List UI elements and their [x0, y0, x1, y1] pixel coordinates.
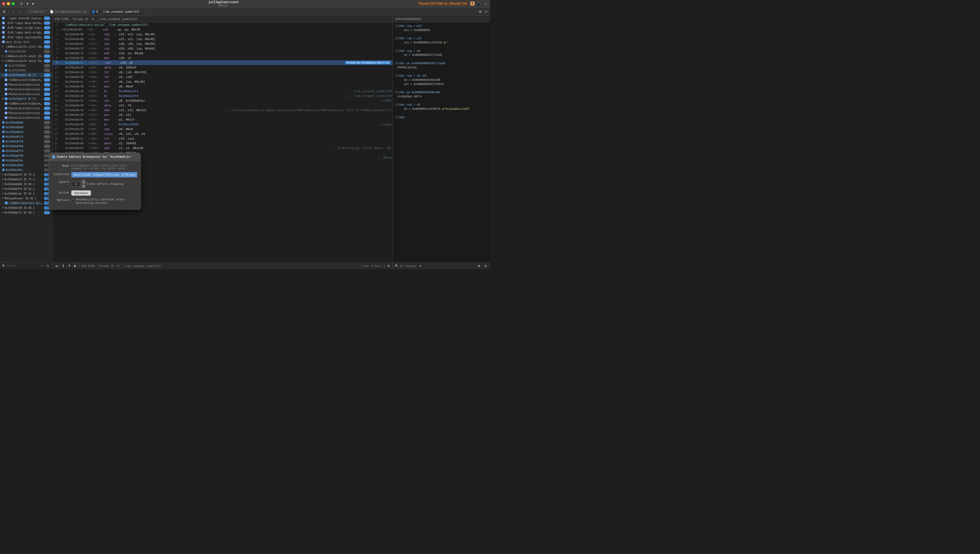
toggle-switch[interactable]: [44, 130, 50, 134]
continue-btn[interactable]: ▶: [73, 263, 78, 268]
minimize-button[interactable]: [7, 2, 10, 5]
toggle-switch[interactable]: [44, 145, 50, 148]
code-line-16[interactable]: 16 0x194da0c38 <+56>: bl 0x194da11f4 ; _…: [52, 93, 393, 98]
list-item[interactable]: i _ZL40_logos_orig$_ungrouped$AADeviceIn…: [0, 25, 52, 30]
toggle-switch[interactable]: [44, 78, 50, 81]
list-item[interactable]: 0x194da0fdc: [0, 158, 52, 163]
list-item[interactable]: 0x194da1018: [0, 163, 52, 168]
code-line-11[interactable]: 11 0x194da0c24 <+36>: ldr x8, [x8, #0xf2…: [52, 70, 393, 75]
toggle-switch[interactable]: [44, 93, 50, 96]
code-line-13[interactable]: 13 0x194da0c2c <+44>: str x8, [sp, #0x28…: [52, 79, 393, 84]
code-line-15[interactable]: 15 0x194da0c34 <+52>: bl 0x194da1114 ; _…: [52, 89, 393, 93]
code-line-8[interactable]: 8 0x194da0c18 <+24>: mov x20, x1: [52, 56, 393, 60]
list-item[interactable]: i PhotoLibraryServices: [0, 92, 52, 96]
code-line-5[interactable]: 5 0x194da0c0c <+12>: stp x20, x19, [sp, …: [52, 42, 393, 46]
list-item[interactable]: ▼ 0x194db6ef0 ID 75.1: [0, 172, 52, 177]
list-item[interactable]: 0x194da0ee4: [0, 129, 52, 134]
maximize-button[interactable]: [11, 2, 15, 5]
toggle-switch[interactable]: [44, 64, 50, 67]
condition-input[interactable]: [71, 172, 137, 177]
back-btn[interactable]: ←: [11, 9, 17, 14]
toggle-switch[interactable]: [44, 50, 50, 53]
toggle-switch[interactable]: [44, 135, 50, 139]
code-line-23[interactable]: 23 0x194da0c54 <+84>: cmp x0, #0x0: [52, 127, 393, 131]
list-item[interactable]: ▼ MGCopyAnswer ID 84.1: [0, 196, 52, 201]
list-item[interactable]: ▼ 0x194db6cdc ID 82.1: [0, 191, 52, 196]
code-line-19[interactable]: 19 0x194da0c44 <+68>: add x21, x21, #0x3…: [52, 108, 393, 112]
tab-source[interactable]: 📄 jailAppleAccount.xm: [48, 9, 88, 14]
output-dropdown[interactable]: ▼: [418, 264, 423, 268]
toggle-switch[interactable]: [44, 31, 50, 34]
code-line-20[interactable]: 20 0x194da0c48 <+72>: mov x0, x21: [52, 112, 393, 117]
list-item[interactable]: ▼ 0x194db6c7c ID 89.1: [0, 210, 52, 215]
list-item[interactable]: i _ZL45_logos_meta_orig$_ungrouped$AADev…: [0, 30, 52, 35]
tab-asm[interactable]: 🔵 0 __lldb_unnamed_symbol317 ✕: [89, 9, 145, 14]
toggle-switch[interactable]: [44, 211, 50, 214]
list-item[interactable]: i +[AADeviceInfo(Deprecated) udid] Apple…: [0, 77, 52, 82]
list-item[interactable]: ▼ 0x194db6e24 ID 77.1: [0, 177, 52, 182]
close-button[interactable]: [2, 2, 5, 5]
step-over-btn[interactable]: ⏭: [54, 263, 60, 268]
add-button[interactable]: +: [483, 1, 488, 6]
code-area[interactable]: 1 libMobileGestalt.dylib`__lldb_unnamed_…: [52, 22, 393, 262]
list-item[interactable]: 0x194da0ed0: [0, 125, 52, 129]
toggle-switch[interactable]: [44, 97, 50, 101]
list-item[interactable]: libMobileGestalt.dylib`__lldb_unnamed_sy…: [0, 201, 52, 205]
sidebar-toggle-btn[interactable]: ⊞: [19, 1, 24, 6]
toggle-switch[interactable]: [44, 83, 50, 86]
toggle-switch[interactable]: [44, 112, 50, 115]
list-item[interactable]: ▼ +[AADeviceInfo udid] ID 70.1: [0, 59, 52, 63]
toggle-switch[interactable]: [44, 45, 50, 48]
code-line-6[interactable]: 6 0x194da0c10 <+16>: stp x29, x30, [sp, …: [52, 46, 393, 51]
code-line-12[interactable]: 12 0x194da0c28 <+40>: ldr x8, [x8]: [52, 75, 393, 79]
list-item[interactable]: 0x194da0e84: [0, 120, 52, 125]
code-line-27[interactable]: 27 0x194da0c64 <+100>: add x2, x2, #0xb3…: [52, 145, 393, 150]
list-item[interactable]: i objc_alloc_init: [0, 40, 52, 44]
toggle-switch[interactable]: [44, 21, 50, 25]
code-line-18[interactable]: 18 0x194da0c40 <+64>: adrp x21, 74: [52, 103, 393, 108]
list-item[interactable]: ▼ 0x19759a574 ID 72: [0, 96, 52, 101]
list-item[interactable]: 0x197599984: [0, 63, 52, 68]
list-item[interactable]: i _ZL47_logos_meta_method$_ungrouped$AAD…: [0, 21, 52, 25]
list-item[interactable]: ▼ 0x19759a564 ID 71: [0, 73, 52, 77]
console-output[interactable]: (lldb) reg r w21 w21 = 0x00000001 (lldb)…: [393, 22, 490, 262]
code-line-17[interactable]: 17 0x194da0c3c <+60>: cbz w0, 0x194da0cb…: [52, 98, 393, 103]
list-item[interactable]: ▼ -[AADeviceInfo udid] ID 69.1: [0, 54, 52, 59]
code-line-9-active[interactable]: 9 0x194da0c1c <+28>: mov x19, x0 Thread …: [52, 60, 393, 65]
list-item[interactable]: ▼ -[AADeviceInfo init] ID 68: [0, 44, 52, 49]
code-line-25[interactable]: 25 0x194da0c5c <+92>: str x19, [sp]: [52, 136, 393, 141]
list-item[interactable]: 0x197599988: [0, 68, 52, 73]
forward-btn[interactable]: →: [18, 9, 24, 14]
list-item[interactable]: 0x194da101c: [0, 168, 52, 172]
toggle-switch[interactable]: [44, 40, 50, 44]
step-out-btn[interactable]: ⬆: [67, 263, 72, 268]
toggle-switch[interactable]: [44, 54, 50, 58]
modal-enable-checkbox[interactable]: ✓: [52, 155, 55, 158]
toggle-switch[interactable]: [44, 88, 50, 91]
toggle-switch[interactable]: [44, 107, 50, 110]
list-item[interactable]: 0x19cbd3c68: [0, 49, 52, 54]
code-line-7[interactable]: 7 0x194da0c14 <+20>: add x29, sp, #0x60: [52, 51, 393, 56]
grid-view-btn[interactable]: ⊞: [478, 9, 483, 14]
list-item[interactable]: ▼ 0x194db6d78 ID 81.1: [0, 187, 52, 191]
list-item[interactable]: i __logos_method$_ungrouped$AADeviceInfo…: [0, 16, 52, 21]
toggle-all-btn[interactable]: ⊡: [46, 263, 50, 268]
code-line-24[interactable]: 24 0x194da0c58 <+88>: csinc x0, x21, x0,…: [52, 131, 393, 136]
code-line-4[interactable]: 4 0x194da0c08 <+8>: stp x22, x21, [sp, #…: [52, 37, 393, 42]
toggle-switch[interactable]: [44, 59, 50, 63]
toggle-switch[interactable]: [44, 73, 50, 77]
console-settings-btn[interactable]: ⊞: [483, 263, 488, 268]
stepper-up[interactable]: ▲: [81, 180, 86, 184]
toggle-switch[interactable]: [44, 17, 50, 20]
close-tab-icon[interactable]: ✕: [142, 10, 143, 13]
list-item[interactable]: i +[AADeviceInfo(Deprecated) udid] Apple…: [0, 101, 52, 106]
add-bp-btn[interactable]: +: [40, 263, 44, 268]
toggle-switch[interactable]: [44, 116, 50, 120]
toggle-switch[interactable]: [44, 149, 50, 153]
code-line-2[interactable]: 2 -> 0x194da0c00 <+0>: sub sp, sp, #0x70: [52, 27, 393, 32]
list-item[interactable]: ▼ 0x194db6c98 ID 88.1: [0, 205, 52, 210]
list-item[interactable]: i PhotoLibraryServices: [0, 106, 52, 110]
auto-continue-checkbox[interactable]: [71, 200, 74, 203]
list-item[interactable]: i PhotoLibraryServices: [0, 87, 52, 92]
list-item[interactable]: 0x194da0ff4: [0, 148, 52, 153]
